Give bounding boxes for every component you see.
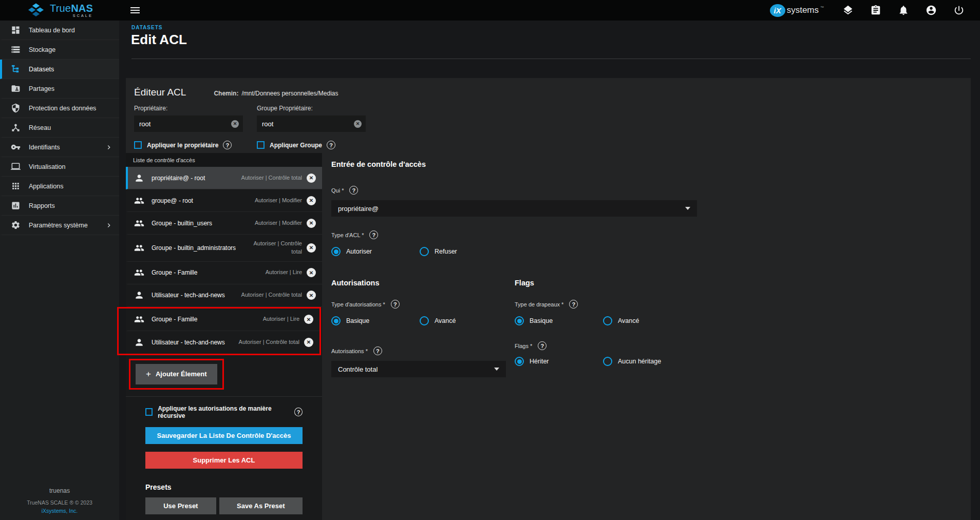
clear-icon[interactable]: ✕ bbox=[354, 120, 362, 128]
acl-editor-card: Éditeur ACL Chemin:/mnt/Donnees personne… bbox=[126, 78, 971, 520]
group-owner-input[interactable] bbox=[257, 115, 366, 132]
who-select[interactable]: propriétaire@ bbox=[331, 200, 697, 217]
acl-actions: Appliquer les autorisations de manière r… bbox=[126, 396, 322, 520]
account-icon[interactable] bbox=[926, 4, 938, 16]
sidebar-item-parametres-systeme[interactable]: Paramètres système bbox=[0, 216, 119, 235]
help-icon[interactable]: ? bbox=[327, 141, 335, 149]
use-preset-button[interactable]: Use Preset bbox=[145, 497, 216, 514]
chevron-down-icon bbox=[685, 207, 690, 210]
radio-flags-basique[interactable]: Basique bbox=[515, 316, 603, 325]
topbar-actions: iX systems ™ bbox=[770, 4, 980, 17]
radio-aucun-heritage[interactable]: Aucun héritage bbox=[603, 357, 661, 366]
ixsystems-logo[interactable]: iX systems ™ bbox=[770, 4, 824, 17]
editor-head: Éditeur ACL Chemin:/mnt/Donnees personne… bbox=[126, 78, 971, 153]
help-icon[interactable]: ? bbox=[223, 141, 232, 149]
remove-ace-button[interactable]: ✕ bbox=[307, 196, 316, 205]
sidebar-item-stockage[interactable]: Stockage bbox=[0, 40, 119, 60]
sidebar-item-datasets[interactable]: Datasets bbox=[0, 60, 119, 79]
group-icon bbox=[134, 314, 145, 324]
hostname: truenas bbox=[0, 487, 119, 494]
radio-refuser[interactable]: Refuser bbox=[420, 247, 457, 256]
radio-perm-avance[interactable]: Avancé bbox=[420, 316, 456, 325]
person-icon bbox=[134, 173, 145, 183]
acl-item[interactable]: Groupe - builtin_administrators Autorise… bbox=[126, 235, 322, 262]
annotation-box-add-button: + Ajouter Élement bbox=[129, 359, 224, 390]
sidebar: Tableau de bord Stockage Datasets Partag… bbox=[0, 21, 119, 520]
save-as-preset-button[interactable]: Save As Preset bbox=[219, 497, 303, 514]
apply-owner-label: Appliquer le propriétaire bbox=[147, 142, 218, 149]
bar-chart-icon bbox=[2, 201, 29, 210]
acl-item[interactable]: Utilisateur - tech-and-news Autoriser | … bbox=[126, 331, 319, 354]
help-icon[interactable]: ? bbox=[569, 300, 578, 309]
chevron-down-icon bbox=[494, 368, 499, 371]
remove-ace-button[interactable]: ✕ bbox=[307, 174, 316, 183]
flags-value-label: Flags * bbox=[515, 343, 532, 349]
gear-icon bbox=[2, 220, 29, 230]
sidebar-item-partages[interactable]: Partages bbox=[0, 79, 119, 99]
who-label: Qui * bbox=[331, 187, 344, 194]
acl-item[interactable]: Groupe - Famille Autoriser | Lire ✕ bbox=[126, 309, 319, 331]
apply-group-checkbox[interactable] bbox=[257, 141, 265, 149]
radio-icon bbox=[331, 316, 341, 325]
sidebar-item-applications[interactable]: Applications bbox=[0, 177, 119, 196]
truenas-logo[interactable]: TrueNAS SCALE bbox=[0, 0, 119, 21]
remove-ace-button[interactable]: ✕ bbox=[307, 219, 316, 228]
delete-acl-button[interactable]: Supprimer Les ACL bbox=[145, 452, 303, 469]
save-acl-button[interactable]: Sauvegarder La Liste De Contrôle D'accès bbox=[145, 427, 303, 444]
acl-item[interactable]: propriétaire@ - root Autoriser | Contrôl… bbox=[126, 167, 322, 189]
recursive-checkbox[interactable] bbox=[145, 408, 153, 416]
remove-ace-button[interactable]: ✕ bbox=[307, 268, 316, 277]
owner-input[interactable] bbox=[134, 115, 243, 132]
sidebar-item-identifiants[interactable]: Identifiants bbox=[0, 138, 119, 157]
add-item-button[interactable]: + Ajouter Élement bbox=[136, 364, 217, 384]
acl-list-header: Liste de contrôle d'accès bbox=[126, 153, 322, 167]
sidebar-item-tableau-de-bord[interactable]: Tableau de bord bbox=[0, 21, 119, 40]
truenas-logo-icon bbox=[26, 2, 46, 18]
help-icon[interactable]: ? bbox=[391, 300, 400, 309]
alerts-bell-icon[interactable] bbox=[898, 4, 910, 16]
radio-flags-avance[interactable]: Avancé bbox=[603, 316, 639, 325]
remove-ace-button[interactable]: ✕ bbox=[304, 338, 313, 347]
plus-icon: + bbox=[146, 369, 151, 379]
page-title: Edit ACL bbox=[131, 32, 980, 48]
power-icon[interactable] bbox=[953, 4, 966, 16]
sidebar-item-protection-des-donnees[interactable]: Protection des données bbox=[0, 99, 119, 118]
menu-button[interactable] bbox=[130, 4, 144, 17]
radio-heriter[interactable]: Hériter bbox=[515, 357, 603, 366]
group-owner-field: ✕ bbox=[257, 115, 366, 132]
sidebar-item-reseau[interactable]: Réseau bbox=[0, 118, 119, 138]
editor-title: Éditeur ACL bbox=[134, 87, 186, 98]
permissions-title: Autorisations bbox=[331, 279, 515, 287]
help-icon[interactable]: ? bbox=[369, 230, 378, 239]
apply-owner-checkbox[interactable] bbox=[134, 141, 142, 149]
help-icon[interactable]: ? bbox=[349, 186, 358, 195]
help-icon[interactable]: ? bbox=[294, 408, 303, 416]
remove-ace-button[interactable]: ✕ bbox=[307, 291, 316, 300]
radio-perm-basique[interactable]: Basique bbox=[331, 316, 420, 325]
acl-list-panel: Liste de contrôle d'accès propriétaire@ … bbox=[126, 153, 322, 520]
permissions-select[interactable]: Contrôle total bbox=[331, 361, 506, 377]
title-divider bbox=[131, 59, 971, 59]
sidebar-item-rapports[interactable]: Rapports bbox=[0, 196, 119, 216]
main-content: DATASETS Edit ACL Éditeur ACL Chemin:/mn… bbox=[119, 21, 980, 520]
acl-item[interactable]: Groupe - Famille Autoriser | Lire ✕ bbox=[126, 262, 322, 284]
acl-item[interactable]: groupe@ - root Autoriser | Modifier ✕ bbox=[126, 189, 322, 212]
shield-icon bbox=[2, 103, 29, 113]
ixsystems-link[interactable]: iXsystems, Inc. bbox=[0, 508, 119, 514]
help-icon[interactable]: ? bbox=[373, 346, 382, 355]
owner-field: ✕ bbox=[134, 115, 243, 132]
radio-icon bbox=[515, 357, 524, 366]
breadcrumb[interactable]: DATASETS bbox=[131, 25, 980, 30]
remove-ace-button[interactable]: ✕ bbox=[307, 243, 316, 253]
remove-ace-button[interactable]: ✕ bbox=[304, 315, 313, 324]
truenas-status-icon[interactable] bbox=[842, 4, 855, 16]
help-icon[interactable]: ? bbox=[538, 341, 546, 350]
radio-autoriser[interactable]: Autoriser bbox=[331, 247, 420, 256]
permissions-value-label: Autorisations * bbox=[331, 348, 368, 354]
jobs-icon[interactable] bbox=[870, 4, 882, 16]
recursive-label: Appliquer les autorisations de manière r… bbox=[158, 405, 290, 419]
acl-item[interactable]: Utilisateur - tech-and-news Autoriser | … bbox=[126, 284, 322, 307]
clear-icon[interactable]: ✕ bbox=[231, 120, 239, 128]
sidebar-item-virtualisation[interactable]: Virtualisation bbox=[0, 157, 119, 177]
acl-item[interactable]: Groupe - builtin_users Autoriser | Modif… bbox=[126, 212, 322, 235]
